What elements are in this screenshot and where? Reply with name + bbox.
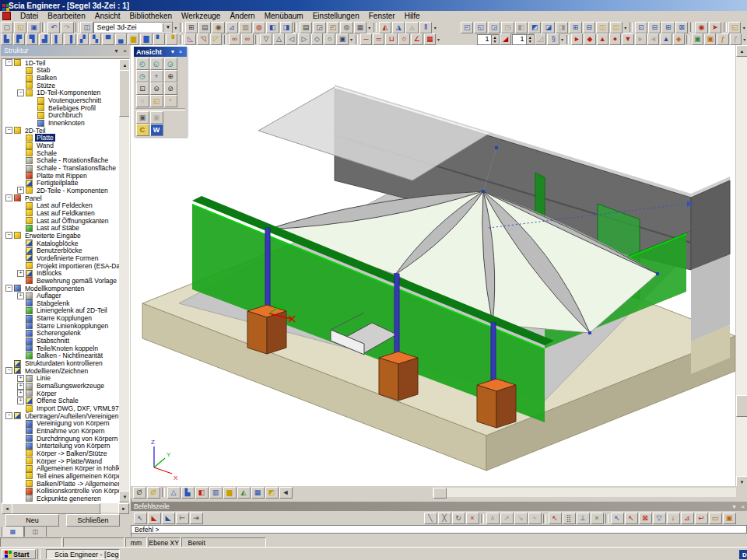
zoom-previous-icon[interactable]: ⊘ — [164, 82, 177, 95]
track-4-icon[interactable]: ~ — [528, 513, 542, 524]
tree-horizontal-scrollbar[interactable]: ◄ ► — [2, 503, 128, 513]
tree-item-balken-nichtlinearität[interactable]: Balken - Nichtlinearität — [2, 352, 119, 360]
view-win-11-icon[interactable]: ◫ — [596, 22, 608, 33]
view-rotate-1-icon[interactable]: ◴ — [136, 58, 149, 70]
node-edit-5-icon[interactable]: ▼ — [622, 33, 633, 45]
view-photo-gray-icon[interactable]: ▣ — [150, 111, 163, 124]
snap-x-icon[interactable]: × — [591, 513, 604, 524]
tree-item-last-auf-feldkanten[interactable]: Last auf Feldkanten — [2, 209, 119, 217]
tree-item-starre-kopplungen[interactable]: Starre Kopplungen — [2, 314, 119, 322]
mode-9-icon[interactable]: ▣ — [723, 513, 736, 524]
table-load-icon[interactable]: ▣ — [704, 33, 716, 45]
expand-icon[interactable]: + — [17, 383, 24, 390]
pin-icon[interactable]: ▾ — [730, 503, 738, 510]
new-project-icon[interactable]: ▢ — [1, 22, 13, 33]
chevron-down-icon[interactable]: ▼ — [169, 49, 177, 54]
cursor-snap-icon[interactable]: ↖ — [549, 513, 562, 524]
tree-item-1d-teil[interactable]: −1D-Teil — [2, 59, 119, 67]
collapse-icon[interactable]: − — [5, 194, 12, 201]
section-icon[interactable]: Ⅱ — [419, 22, 432, 33]
show-numbers-icon[interactable]: ▥ — [209, 487, 223, 499]
viewport-hscroll-thumb[interactable] — [433, 488, 447, 499]
view-win-7-icon[interactable]: ◪ — [542, 22, 554, 33]
view-rotate-4-icon[interactable]: ◷ — [136, 70, 149, 82]
show-loads-icon[interactable]: ▙ — [181, 487, 195, 499]
expand-icon[interactable]: + — [17, 292, 24, 299]
member-tool-9-icon[interactable]: ▀ — [102, 33, 114, 45]
tree-vertical-scrollbar[interactable]: ▲ ▼ — [119, 59, 129, 502]
new-folder-icon[interactable]: ◱ — [728, 22, 741, 33]
model-viewport[interactable]: Z Y X Ansicht ▼ × ◴◵◶◷+⊕⊡⊖⊘○◱*▣▣CW ▲ ▼ — [131, 45, 747, 486]
menu-item-ändern[interactable]: Ändern — [225, 11, 259, 21]
scale-tri-icon[interactable]: ◢ — [500, 33, 511, 45]
mesh-tool-4-icon[interactable]: ▷ — [298, 33, 310, 45]
show-grid-icon[interactable]: ▦ — [251, 487, 265, 499]
calculation-icon[interactable]: ⊞ — [185, 22, 198, 33]
printer-setup-icon[interactable]: ▤ — [198, 22, 211, 33]
tree-item-übertragen-aufteilen-vereinigen[interactable]: −Übertragen/Aufteilen/Vereinigen — [2, 412, 119, 420]
menu-item-werkzeuge[interactable]: Werkzeuge — [177, 11, 225, 21]
mode-3-icon[interactable]: ⊠ — [639, 513, 652, 524]
tree-item-vereinigung-von-körpern[interactable]: Vereinigung von Körpern — [2, 420, 119, 428]
mesh-tool-2-icon[interactable]: △ — [273, 33, 285, 45]
collapse-icon[interactable]: − — [5, 285, 12, 292]
track-1-icon[interactable]: ∧ — [486, 513, 500, 524]
camera-icon[interactable]: ◎ — [340, 22, 352, 33]
window-pic-a-icon[interactable]: ◧ — [266, 22, 279, 33]
tree-item-voutenquerschnitt[interactable]: Voutenquerschnitt — [2, 96, 119, 104]
show-supports-icon[interactable]: △ — [167, 487, 181, 499]
collapse-left-icon[interactable]: ◄ — [279, 487, 293, 499]
tree-scroll-thumb[interactable] — [119, 70, 130, 117]
tree-item-offene-schale[interactable]: +Offene Schale — [2, 397, 119, 405]
scale-gray-icon[interactable]: ◿ — [535, 33, 546, 45]
undo-icon[interactable]: ↶ — [47, 22, 60, 33]
gallery-icon[interactable]: ▦ — [354, 22, 366, 33]
tree-item-schale-translationsfläche[interactable]: Schale - Translationsfläche — [2, 164, 119, 172]
project-window-icon[interactable]: ◫ — [80, 22, 93, 33]
view-win-4-icon[interactable]: ◳ — [501, 22, 514, 33]
render-off-icon[interactable]: Ø — [133, 487, 146, 499]
mode-4-icon[interactable]: ▽ — [653, 513, 666, 524]
track-2-icon[interactable]: ↗ — [500, 513, 514, 524]
surface-tool-2-icon[interactable]: ◹ — [197, 33, 209, 45]
node-edit-8-icon[interactable]: ▲ — [660, 33, 672, 45]
tree-item-stab[interactable]: Stab — [2, 67, 119, 75]
xy-diagram-icon[interactable]: ⊿ — [226, 22, 238, 33]
annotate-icon[interactable]: ◮ — [392, 22, 405, 33]
scroll-up-icon[interactable]: ▲ — [736, 45, 747, 57]
view-win-3-icon[interactable]: ◲ — [488, 22, 500, 33]
tree-item-teil-eines-allgemeinen-körpers-zu-ba[interactable]: Teil eines allgemeinen Körpers zu Ba — [2, 472, 119, 480]
redline-icon[interactable]: ◭ — [379, 22, 391, 33]
show-layers-icon[interactable]: ◩ — [265, 487, 279, 499]
show-surfaces-icon[interactable]: ▆ — [223, 487, 237, 499]
mode-8-icon[interactable]: ▭ — [709, 513, 722, 524]
toolbar-more-icon[interactable]: ▾ — [433, 25, 438, 30]
tree-item-modellieren-zeichnen[interactable]: −Modellieren/Zeichnen — [2, 367, 119, 375]
tree-item-bemaßungswerkzeuge[interactable]: +Bemaßungswerkzeuge — [2, 382, 119, 390]
collapse-icon[interactable]: − — [5, 412, 12, 419]
language-indicator[interactable]: D — [739, 550, 747, 559]
tree-item-auflager[interactable]: +Auflager — [2, 292, 119, 299]
expand-icon[interactable]: + — [17, 397, 24, 404]
window-pic-b-icon[interactable]: ◨ — [280, 22, 293, 33]
tree-item-import-dwg-dxf-vrml97[interactable]: Import DWG, DXF, VRML97 — [2, 404, 119, 412]
snap-mid-icon[interactable]: ╳ — [438, 513, 451, 524]
member-tool-12-icon[interactable]: ▇ — [140, 33, 152, 45]
zoom-window-icon[interactable]: ⊡ — [136, 82, 149, 95]
expand-icon[interactable]: + — [17, 270, 24, 277]
tab-icon[interactable]: ⇥ — [190, 513, 203, 524]
struktur-panel-header[interactable]: Struktur ▾ × — [1, 45, 129, 56]
print-preview-icon[interactable]: ◲ — [313, 22, 325, 33]
scroll-down-icon[interactable]: ▼ — [736, 476, 747, 486]
document-package-icon[interactable]: ◰ — [327, 22, 339, 33]
draw-circle-icon[interactable]: ○ — [398, 33, 410, 45]
tree-item-stabschnitt[interactable]: Stabschnitt — [2, 337, 119, 345]
tree-item-fertigteilplatte[interactable]: Fertigteilplatte — [2, 180, 119, 187]
toolbar-more-icon[interactable]: ▾ — [742, 37, 747, 42]
view-rotate-2-icon[interactable]: ◵ — [150, 58, 163, 70]
tree-item-projekt-importieren-esa-datei-[interactable]: Projekt importieren (ESA-Datei) — [2, 262, 119, 270]
command-input[interactable]: Befehl > — [131, 525, 747, 534]
scroll-left-icon[interactable]: ◄ — [2, 503, 12, 514]
tree-item-entnahme-von-körpern[interactable]: Entnahme von Körpern — [2, 427, 119, 435]
mode-7-icon[interactable]: ↩ — [695, 513, 708, 524]
